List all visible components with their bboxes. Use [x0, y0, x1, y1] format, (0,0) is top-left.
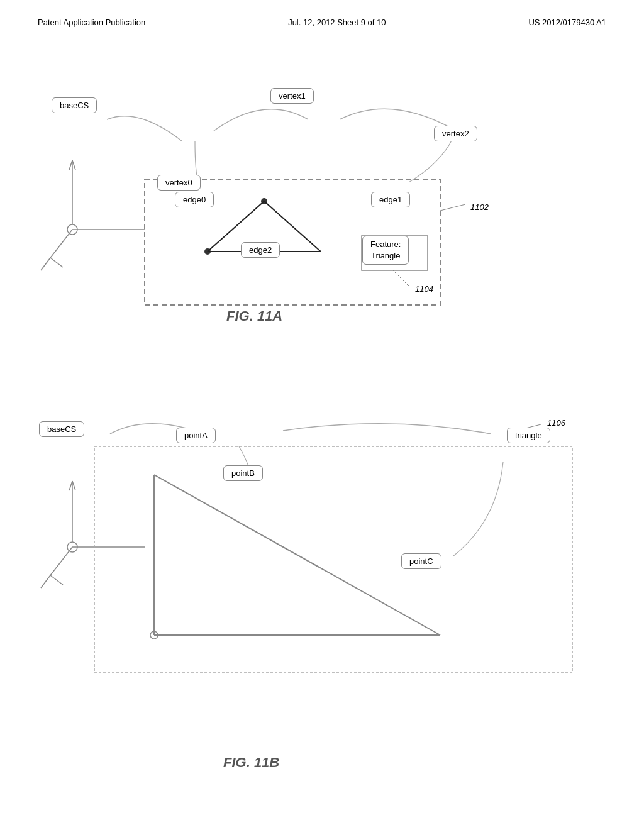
- svg-line-20: [72, 481, 75, 490]
- header-right: US 2012/0179430 A1: [528, 18, 606, 27]
- page-header: Patent Application Publication Jul. 12, …: [38, 18, 606, 27]
- fig11a-num1102: 1102: [470, 202, 489, 212]
- fig11b-pointc-label: pointC: [401, 553, 441, 569]
- fig11a-caption: FIG. 11A: [226, 308, 282, 324]
- svg-line-23: [50, 575, 63, 585]
- svg-line-2: [69, 160, 72, 170]
- svg-point-17: [67, 542, 77, 552]
- fig11a-num1104: 1104: [415, 284, 433, 294]
- header-center: Jul. 12, 2012 Sheet 9 of 10: [288, 18, 386, 27]
- svg-line-16: [393, 270, 409, 286]
- fig11b-triangle-label: triangle: [507, 428, 550, 443]
- fig11a-edge2-label: edge2: [241, 242, 280, 258]
- header-left: Patent Application Publication: [38, 18, 145, 27]
- fig11b-pointb-label: pointB: [223, 465, 263, 481]
- svg-line-3: [72, 160, 75, 170]
- fig11a-vertex2-label: vertex2: [434, 126, 477, 141]
- svg-line-19: [69, 481, 72, 490]
- fig11a-basecs-label: baseCS: [52, 97, 97, 113]
- fig11a-edge0-label: edge0: [175, 192, 214, 208]
- fig11b-pointa-label: pointA: [176, 428, 216, 443]
- fig11b-caption: FIG. 11B: [223, 755, 279, 771]
- svg-line-21: [50, 547, 72, 575]
- svg-line-28: [154, 475, 440, 635]
- svg-point-10: [261, 198, 267, 204]
- fig11a-vertex0-label: vertex0: [157, 175, 201, 191]
- fig11b-num1106: 1106: [547, 418, 565, 428]
- fig11a-feature-label: Feature:Triangle: [362, 236, 409, 265]
- fig11b-basecs-label: baseCS: [39, 421, 84, 437]
- svg-rect-25: [94, 446, 572, 673]
- svg-line-15: [440, 204, 465, 211]
- fig11a-vertex1-label: vertex1: [270, 88, 314, 104]
- svg-line-6: [50, 258, 63, 267]
- svg-point-11: [204, 248, 211, 255]
- svg-line-4: [50, 230, 72, 258]
- fig11a-edge1-label: edge1: [371, 192, 410, 208]
- svg-point-0: [67, 224, 77, 235]
- svg-line-5: [41, 258, 50, 270]
- svg-point-29: [150, 631, 158, 639]
- svg-line-22: [41, 575, 50, 588]
